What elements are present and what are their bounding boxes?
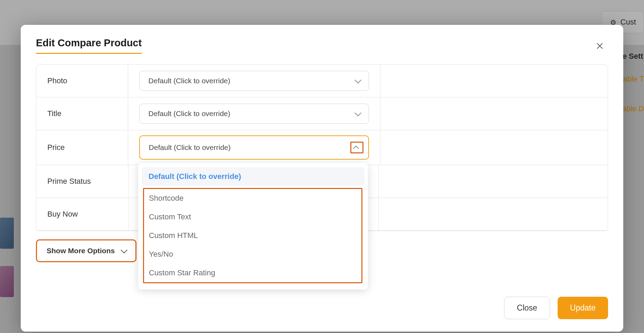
fields-container: Photo Default (Click to override) Title … [36, 64, 608, 231]
select-value: Default (Click to override) [149, 77, 230, 85]
dropdown-item-shortcode[interactable]: Shortcode [144, 189, 361, 208]
thumbnail [0, 266, 14, 297]
edit-compare-modal: Edit Compare Product Photo Default (Clic… [21, 25, 623, 332]
field-label: Prime Status [36, 165, 129, 198]
cust-label: Cust [621, 18, 636, 27]
dropdown-item-default[interactable]: Default (Click to override) [142, 167, 364, 186]
field-label: Title [36, 97, 128, 130]
field-row-photo: Photo Default (Click to override) [36, 65, 608, 97]
chevron-up-icon [350, 142, 363, 153]
dropdown-item-custom-text[interactable]: Custom Text [144, 208, 361, 226]
dropdown-item-custom-html[interactable]: Custom HTML [144, 226, 361, 245]
close-icon [596, 42, 604, 49]
field-label: Photo [36, 65, 128, 97]
modal-close-button[interactable] [591, 37, 608, 54]
dropdown-item-yesno[interactable]: Yes/No [144, 245, 361, 264]
chevron-down-icon [355, 78, 360, 83]
photo-select[interactable]: Default (Click to override) [139, 71, 369, 91]
price-dropdown-menu: Default (Click to override) Shortcode Cu… [138, 163, 368, 289]
title-select[interactable]: Default (Click to override) [139, 104, 369, 124]
field-row-title: Title Default (Click to override) [36, 97, 608, 130]
select-value: Default (Click to override) [149, 143, 231, 152]
dropdown-item-star-rating[interactable]: Custom Star Rating [144, 264, 361, 282]
field-row-price: Price Default (Click to override) [36, 130, 608, 165]
chevron-down-icon [355, 111, 360, 116]
update-button[interactable]: Update [558, 297, 608, 319]
thumbnail [0, 218, 14, 249]
highlight-box: Shortcode Custom Text Custom HTML Yes/No… [143, 188, 362, 283]
modal-title: Edit Compare Product [36, 37, 142, 54]
select-value: Default (Click to override) [149, 110, 230, 118]
show-more-options-button[interactable]: Show More Options [36, 239, 136, 262]
field-label: Buy Now [36, 198, 129, 230]
price-select[interactable]: Default (Click to override) [139, 135, 369, 160]
chevron-down-icon [121, 248, 126, 253]
show-more-label: Show More Options [47, 247, 115, 255]
field-label: Price [36, 130, 128, 165]
close-button[interactable]: Close [504, 297, 550, 319]
